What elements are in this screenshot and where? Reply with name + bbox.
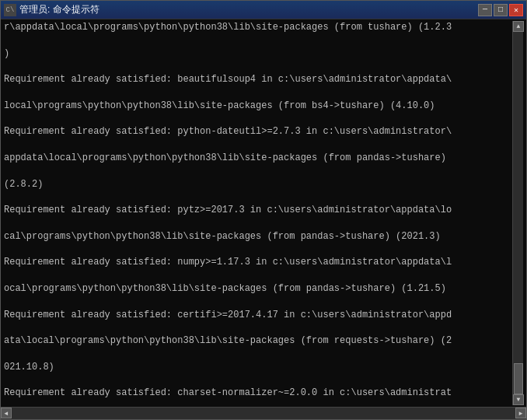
console-line: cal\programs\python\python38\lib\site-pa… xyxy=(4,230,512,243)
console-line: Requirement already satisfied: python-da… xyxy=(4,125,512,138)
scrollbar-track[interactable] xyxy=(513,32,523,394)
scroll-right-button[interactable]: ► xyxy=(515,408,526,418)
console-line: Requirement already satisfied: certifi>=… xyxy=(4,309,512,322)
console-line: Requirement already satisfied: charset-n… xyxy=(4,387,512,400)
console-line: r\appdata\local\programs\python\python38… xyxy=(4,21,512,34)
title-bar-left: C\ 管理员: 命令提示符 xyxy=(4,3,99,16)
console-line: Requirement already satisfied: pytz>=201… xyxy=(4,204,512,217)
window-icon: C\ xyxy=(4,4,16,16)
window-title: 管理员: 命令提示符 xyxy=(19,3,99,16)
console-line: 021.10.8) xyxy=(4,361,512,374)
console-output: r\appdata\local\programs\python\python38… xyxy=(4,21,512,405)
scroll-up-button[interactable]: ▲ xyxy=(513,21,524,32)
scrollbar-thumb[interactable] xyxy=(514,363,523,394)
title-bar: C\ 管理员: 命令提示符 ─ □ ✕ xyxy=(1,1,526,19)
console-line: ata\local\programs\python\python38\lib\s… xyxy=(4,334,512,348)
close-button[interactable]: ✕ xyxy=(509,4,523,16)
console-content: r\appdata\local\programs\python\python38… xyxy=(4,21,512,405)
minimize-button[interactable]: ─ xyxy=(478,4,492,16)
maximize-button[interactable]: □ xyxy=(494,4,508,16)
horizontal-track[interactable] xyxy=(12,408,515,419)
console-line: local\programs\python\python38\lib\site-… xyxy=(4,100,512,113)
console-line: ocal\programs\python\python38\lib\site-p… xyxy=(4,282,512,296)
title-bar-buttons: ─ □ ✕ xyxy=(478,4,523,16)
scroll-down-button[interactable]: ▼ xyxy=(513,394,524,405)
horizontal-scrollbar[interactable]: ◄ ► xyxy=(1,407,526,419)
console-line: appdata\local\programs\python\python38\l… xyxy=(4,152,512,165)
scrollbar-vertical[interactable]: ▲ ▼ xyxy=(512,21,523,405)
console-line: (2.8.2) xyxy=(4,178,512,191)
console-line: Requirement already satisfied: beautiful… xyxy=(4,73,512,86)
console-line: Requirement already satisfied: numpy>=1.… xyxy=(4,256,512,269)
console: r\appdata\local\programs\python\python38… xyxy=(1,19,526,407)
scroll-left-button[interactable]: ◄ xyxy=(1,408,12,418)
console-line: ) xyxy=(4,47,512,61)
window: C\ 管理员: 命令提示符 ─ □ ✕ r\appdata\local\prog… xyxy=(0,0,527,420)
